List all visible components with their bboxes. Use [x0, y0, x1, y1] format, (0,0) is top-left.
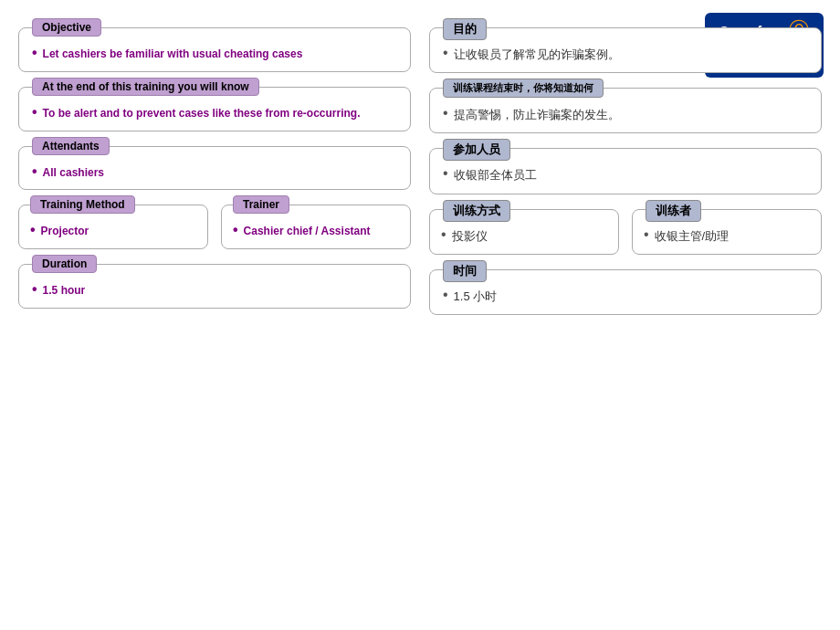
bullet-objective-left-text: Let cashiers be familiar with usual chea…	[43, 47, 303, 62]
card-body-training-end-left: • To be alert and to prevent cases like …	[32, 106, 397, 121]
bullet-trainer-left-text: Cashier chief / Assistant	[244, 224, 371, 239]
bullet-trainer-left: • Cashier chief / Assistant	[233, 224, 399, 239]
bullet-method-right: • 投影仪	[441, 228, 607, 245]
bullet-dot2: •	[32, 105, 37, 120]
col-left: Objective • Let cashiers be familiar wit…	[18, 27, 411, 315]
card-body-training-end-right: • 提高警惕，防止诈骗案的发生。	[443, 107, 808, 123]
card-header-duration-right: 时间	[443, 260, 487, 282]
card-method-right: 训练方式 • 投影仪	[429, 209, 619, 255]
card-body-duration-right: • 1.5 小时	[443, 289, 808, 305]
bullet-dot-r1: •	[443, 46, 448, 60]
card-training-end-left: At the end of this training you will kno…	[18, 87, 411, 131]
card-duration-right: 时间 • 1.5 小时	[429, 269, 822, 315]
bullet-training-end-left-text: To be alert and to prevent cases like th…	[43, 106, 361, 121]
bullet-training-end-right-text: 提高警惕，防止诈骗案的发生。	[454, 107, 620, 123]
card-body-method-right: • 投影仪	[441, 228, 607, 245]
bullet-dot-r4: •	[441, 227, 446, 242]
bullet-method-left-text: Projector	[41, 224, 89, 239]
bullet-objective-right: • 让收银员了解常见的诈骗案例。	[443, 47, 808, 63]
bullet-dot6: •	[32, 282, 37, 297]
card-training-end-right: 训练课程结束时，你将知道如何 • 提高警惕，防止诈骗案的发生。	[429, 88, 822, 133]
row-method-trainer-right: 训练方式 • 投影仪 训练者 • 收银主管/助理	[429, 209, 822, 255]
card-header-training-end-right: 训练课程结束时，你将知道如何	[443, 79, 604, 98]
row-method-trainer-left: Training Method • Projector Trainer • Ca…	[18, 205, 411, 249]
bullet-dot5: •	[233, 223, 238, 237]
card-attendants-left: Attendants • All cashiers	[18, 146, 411, 191]
card-header-trainer-left: Trainer	[233, 195, 289, 214]
card-header-objective-right: 目的	[443, 18, 487, 40]
card-body-attendants-right: • 收银部全体员工	[443, 167, 808, 184]
card-header-training-end-left: At the end of this training you will kno…	[32, 78, 259, 96]
card-duration-left: Duration • 1.5 hour	[18, 264, 411, 309]
bullet-objective-left: • Let cashiers be familiar with usual ch…	[32, 47, 397, 62]
bullet-training-end-left: • To be alert and to prevent cases like …	[32, 106, 397, 121]
card-header-duration-left: Duration	[32, 255, 97, 273]
card-trainer-right: 训练者 • 收银主管/助理	[632, 209, 822, 255]
card-objective-left: Objective • Let cashiers be familiar wit…	[18, 27, 411, 72]
card-body-method-left: • Projector	[30, 224, 196, 239]
card-header-attendants-left: Attendants	[32, 137, 110, 155]
bullet-dot4: •	[30, 223, 36, 237]
card-header-objective-left: Objective	[32, 18, 101, 37]
bullet-duration-left: • 1.5 hour	[32, 283, 397, 299]
card-body-attendants-left: • All cashiers	[32, 165, 397, 181]
card-body-trainer-left: • Cashier chief / Assistant	[233, 224, 399, 239]
card-trainer-left: Trainer • Cashier chief / Assistant	[221, 205, 411, 249]
card-attendants-right: 参加人员 • 收银部全体员工	[429, 148, 822, 194]
bullet-method-left: • Projector	[30, 224, 196, 239]
bullet-duration-right-text: 1.5 小时	[454, 289, 498, 305]
card-body-trainer-right: • 收银主管/助理	[644, 228, 810, 245]
bullet-method-right-text: 投影仪	[452, 228, 488, 245]
card-header-method-right: 训练方式	[443, 200, 510, 222]
bullet-dot-r3: •	[443, 166, 448, 181]
bullet-dot-r2: •	[443, 106, 448, 121]
card-header-trainer-right: 训练者	[646, 200, 701, 222]
card-objective-right: 目的 • 让收银员了解常见的诈骗案例。	[429, 27, 822, 73]
bullet-duration-right: • 1.5 小时	[443, 289, 808, 305]
bullet-dot-r6: •	[443, 288, 448, 302]
card-body-objective-right: • 让收银员了解常见的诈骗案例。	[443, 47, 808, 63]
bullet-dot3: •	[32, 164, 37, 179]
card-body-objective-left: • Let cashiers be familiar with usual ch…	[32, 47, 397, 62]
bullet-attendants-left-text: All cashiers	[43, 165, 104, 181]
bullet-trainer-right: • 收银主管/助理	[644, 228, 810, 245]
bullet-duration-left-text: 1.5 hour	[43, 283, 86, 299]
card-header-method-left: Training Method	[30, 195, 135, 214]
bullet-objective-right-text: 让收银员了解常见的诈骗案例。	[454, 47, 620, 63]
bullet-training-end-right: • 提高警惕，防止诈骗案的发生。	[443, 107, 808, 123]
main-layout: Objective • Let cashiers be familiar wit…	[18, 27, 822, 315]
bullet-dot-r5: •	[644, 227, 649, 242]
col-right: 目的 • 让收银员了解常见的诈骗案例。 训练课程结束时，你将知道如何 • 提高警…	[429, 27, 822, 315]
bullet-attendants-right: • 收银部全体员工	[443, 167, 808, 184]
card-method-left: Training Method • Projector	[18, 205, 208, 249]
bullet-attendants-right-text: 收银部全体员工	[454, 167, 537, 184]
page: Carrefour Ⓒ 家乐福 共创知识培训 Objective • Let c…	[0, 0, 840, 630]
card-body-duration-left: • 1.5 hour	[32, 283, 397, 299]
bullet-dot: •	[32, 46, 37, 60]
bullet-trainer-right-text: 收银主管/助理	[655, 228, 730, 245]
card-header-attendants-right: 参加人员	[443, 139, 510, 161]
bullet-attendants-left: • All cashiers	[32, 165, 397, 181]
